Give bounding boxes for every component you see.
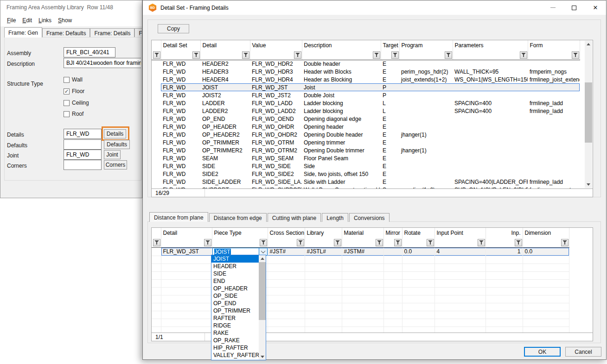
grid-cell[interactable]: E <box>381 115 399 123</box>
filter-icon[interactable] <box>334 239 341 246</box>
grid-cell[interactable]: LADDER2 <box>200 107 250 115</box>
menu-show[interactable]: Show <box>55 16 75 25</box>
filter-icon[interactable] <box>297 239 304 246</box>
grid-cell[interactable] <box>528 154 580 162</box>
grid-cell[interactable] <box>453 115 528 123</box>
filter-cell[interactable] <box>152 237 161 247</box>
grid-cell[interactable]: FLR_WD_HDR3 <box>250 68 302 75</box>
filter-cell[interactable] <box>383 237 402 247</box>
filter-icon[interactable] <box>260 239 267 246</box>
filter-cell[interactable] <box>399 50 453 60</box>
joint-button[interactable]: Joint <box>104 150 121 159</box>
grid-cell[interactable]: E <box>381 123 399 131</box>
grid-cell[interactable]: FLR_WD <box>161 162 200 170</box>
filter-icon[interactable] <box>478 239 485 246</box>
dropdown-scrollbar[interactable] <box>259 255 266 360</box>
filter-icon[interactable] <box>394 239 402 246</box>
filter-cell[interactable] <box>212 237 268 247</box>
grid-cell[interactable]: L <box>381 107 399 115</box>
grid-cell[interactable]: HEADER2 <box>200 60 250 68</box>
grid-cell[interactable]: Opening header <box>302 123 381 131</box>
grid-cell[interactable] <box>528 170 580 178</box>
wall-checkbox[interactable] <box>64 77 70 83</box>
assembly-window-titlebar[interactable]: Framing Area Assembly Library Row 11/48 <box>0 0 142 14</box>
filter-icon[interactable] <box>204 239 211 246</box>
grid-cell[interactable]: jhanger(1) <box>399 146 453 154</box>
grid-cell[interactable]: FLR_WD_HDR4 <box>250 75 302 83</box>
column-header[interactable]: Target <box>381 40 399 50</box>
grid-cell[interactable]: SUP_ON=1|SUP_LEN=0|BLO... <box>453 186 528 189</box>
details-input[interactable]: FLR_WD <box>64 129 102 139</box>
grid-cell[interactable]: E <box>381 60 399 68</box>
grid-cell[interactable]: Opening Double trimmer <box>302 146 381 154</box>
grid-cell[interactable]: FLR_WD <box>161 123 200 131</box>
grid-cell[interactable]: E <box>381 146 399 154</box>
filter-cell[interactable] <box>200 50 250 60</box>
grid-cell[interactable]: E <box>381 138 399 146</box>
grid-cell[interactable]: P <box>381 83 399 91</box>
grid-cell[interactable]: Floor Panel Seam <box>302 154 381 162</box>
ok-button[interactable]: OK <box>524 347 561 357</box>
column-header[interactable]: Dimension <box>523 228 569 237</box>
grid-cell[interactable]: WS_ON=1|WS_LENGTH=150|... <box>453 75 528 83</box>
filter-icon[interactable] <box>391 51 399 59</box>
grid-row[interactable]: FLR_WDHEADER4FLR_WD_HDR4Header as Blocki… <box>152 75 580 83</box>
scroll-down-button[interactable] <box>585 181 592 188</box>
grid-cell[interactable]: FLR_WD <box>161 68 200 75</box>
grid-cell[interactable] <box>399 60 453 68</box>
grid-cell[interactable] <box>453 131 528 138</box>
column-header[interactable]: Rotate <box>402 228 434 237</box>
piece-type-combobox[interactable]: JOIST <box>212 248 268 256</box>
grid-cell[interactable]: FLR_WD <box>161 131 200 138</box>
dropdown-item[interactable]: OP_END <box>211 300 259 307</box>
grid-cell[interactable] <box>528 60 580 68</box>
filter-icon[interactable] <box>376 239 383 246</box>
dropdown-scrollbar-thumb[interactable] <box>259 262 266 320</box>
filter-icon[interactable] <box>561 239 569 246</box>
grid-cell[interactable]: JOIST2 <box>200 91 250 99</box>
grid-cell[interactable]: FLR_WD_JST <box>161 247 212 256</box>
grid-cell[interactable]: FLR_WD <box>161 115 200 123</box>
grid-cell[interactable]: Header as Blocking <box>302 75 381 83</box>
filter-icon[interactable] <box>192 51 200 59</box>
grid-cell[interactable] <box>399 115 453 123</box>
grid-cell[interactable] <box>399 123 453 131</box>
tab-distance-from-plane[interactable]: Distance from plane <box>149 212 208 222</box>
detail-grid-vertical-scrollbar[interactable] <box>585 41 592 188</box>
corners-button[interactable]: Corners <box>104 160 127 169</box>
grid-cell[interactable] <box>528 83 580 91</box>
grid-cell[interactable]: Side with Ladder <box>302 178 381 186</box>
grid-cell[interactable] <box>399 154 453 162</box>
filter-cell[interactable] <box>250 50 302 60</box>
column-header[interactable]: Value <box>250 40 302 50</box>
grid-cell[interactable]: #JSTL# <box>305 247 342 256</box>
dropdown-item[interactable]: OP_TRIMMER <box>211 307 259 314</box>
grid-cell[interactable] <box>453 138 528 146</box>
grid-cell[interactable]: FLR_WD <box>161 186 200 189</box>
grid-cell[interactable]: E <box>381 170 399 178</box>
tab-conversions[interactable]: Conversions <box>349 213 390 222</box>
filter-cell[interactable] <box>381 50 399 60</box>
copy-button[interactable]: Copy <box>158 24 189 33</box>
grid-cell[interactable] <box>399 138 453 146</box>
grid-cell[interactable]: Ladder blocking <box>302 99 381 107</box>
scrollbar-thumb[interactable] <box>585 82 592 143</box>
column-header[interactable]: Program <box>399 40 453 50</box>
grid-cell[interactable] <box>383 247 402 256</box>
column-header[interactable]: Form <box>528 40 580 50</box>
filter-icon[interactable] <box>373 51 380 59</box>
grid-cell[interactable]: FLR_WD_SUPPORT <box>250 186 302 189</box>
grid-cell[interactable]: FLR_WD <box>161 83 200 91</box>
floor-checkbox[interactable]: ✓ <box>64 88 70 94</box>
grid-cell[interactable]: jhanger(1) <box>399 131 453 138</box>
grid-cell[interactable]: frmlinep_joist_extends <box>528 75 580 83</box>
filter-cell[interactable] <box>528 50 580 60</box>
description-input[interactable]: BJI 40/241wooden floor framing <box>64 58 141 68</box>
dropdown-item[interactable]: OP_SIDE <box>211 292 259 300</box>
grid-cell[interactable]: SPACING=400 <box>453 107 528 115</box>
grid-cell[interactable]: 0.0 <box>523 247 569 256</box>
minimize-button[interactable] <box>542 0 563 15</box>
column-header[interactable]: Piece Type <box>212 228 268 237</box>
grid-cell[interactable]: FLR_WD <box>161 154 200 162</box>
filter-cell[interactable] <box>302 50 381 60</box>
